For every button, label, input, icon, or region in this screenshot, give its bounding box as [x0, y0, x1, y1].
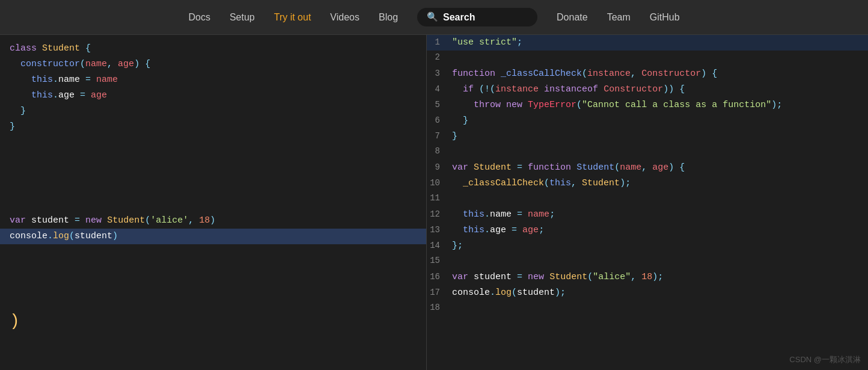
- nav-videos[interactable]: Videos: [330, 12, 359, 23]
- search-label: Search: [443, 12, 475, 23]
- right-line-10: 10 _classCallCheck(this, Student);: [427, 176, 868, 191]
- left-line-9: [0, 166, 426, 182]
- right-line-11: 11: [427, 191, 868, 207]
- right-line-9: 9 var Student = function Student(name, a…: [427, 160, 868, 176]
- main-content: class Student { constructor(name, age) {…: [0, 35, 868, 370]
- left-line-12: var student = new Student('alice', 18): [0, 213, 426, 229]
- search-box[interactable]: 🔍 Search: [417, 8, 537, 26]
- right-line-14: 14 };: [427, 238, 868, 254]
- nav-blog[interactable]: Blog: [379, 12, 398, 23]
- left-line-3: this.name = name: [0, 72, 426, 88]
- right-line-15: 15: [427, 254, 868, 270]
- right-line-5: 5 throw new TypeError("Cannot call a cla…: [427, 97, 868, 113]
- left-line-2: constructor(name, age) {: [0, 57, 426, 72]
- right-line-12: 12 this.name = name;: [427, 207, 868, 223]
- right-line-17: 17 console.log(student);: [427, 285, 868, 301]
- nav-donate[interactable]: Donate: [557, 12, 588, 23]
- left-line-8: [0, 150, 426, 166]
- right-line-1: 1 "use strict";: [427, 35, 868, 51]
- nav-team[interactable]: Team: [607, 12, 631, 23]
- right-line-3: 3 function _classCallCheck(instance, Con…: [427, 66, 868, 82]
- left-line-13: console.log(student): [0, 229, 426, 244]
- navbar: Docs Setup Try it out Videos Blog 🔍 Sear…: [0, 0, 868, 35]
- left-line-7: [0, 135, 426, 150]
- right-line-4: 4 if (!(instance instanceof Constructor)…: [427, 82, 868, 97]
- left-line-18: ): [0, 307, 426, 336]
- right-line-6: 6 }: [427, 113, 868, 129]
- right-line-16: 16 var student = new Student("alice", 18…: [427, 270, 868, 285]
- left-line-17: [0, 291, 426, 307]
- right-line-2: 2: [427, 51, 868, 66]
- left-line-10: [0, 182, 426, 197]
- watermark: CSDN @一颗冰淇淋: [789, 354, 861, 365]
- left-line-15: [0, 260, 426, 276]
- left-line-16: [0, 276, 426, 291]
- nav-setup[interactable]: Setup: [230, 12, 255, 23]
- right-line-13: 13 this.age = age;: [427, 223, 868, 238]
- left-line-11: [0, 197, 426, 213]
- right-line-7: 7 }: [427, 129, 868, 144]
- nav-docs[interactable]: Docs: [188, 12, 210, 23]
- left-line-4: this.age = age: [0, 88, 426, 103]
- left-line-6: }: [0, 119, 426, 135]
- search-icon: 🔍: [427, 11, 438, 23]
- left-line-1: class Student {: [0, 41, 426, 57]
- left-line-5: }: [0, 103, 426, 119]
- right-line-8: 8: [427, 144, 868, 160]
- nav-github[interactable]: GitHub: [650, 12, 680, 23]
- left-line-14: [0, 244, 426, 260]
- nav-tryitout[interactable]: Try it out: [274, 12, 311, 23]
- left-code-panel: class Student { constructor(name, age) {…: [0, 35, 427, 370]
- right-line-18: 18: [427, 301, 868, 316]
- right-code-panel: 1 "use strict"; 2 3 function _classCallC…: [427, 35, 868, 370]
